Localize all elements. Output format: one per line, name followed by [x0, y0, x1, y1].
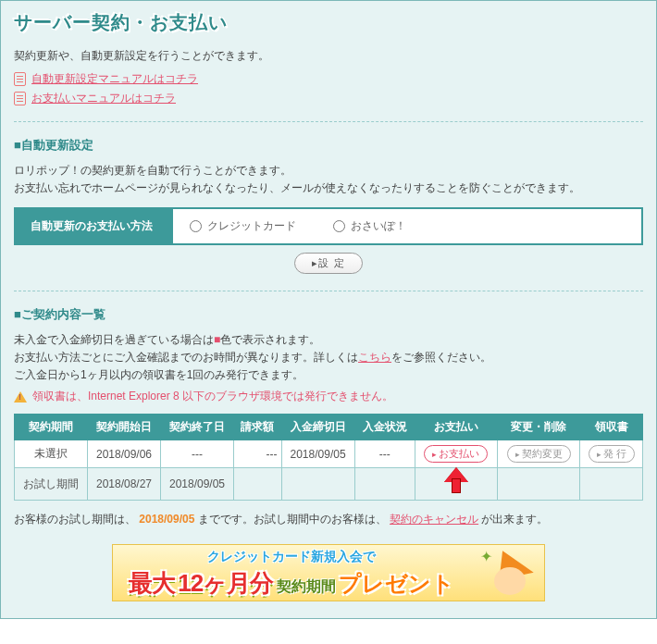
- radio-label: クレジットカード: [207, 218, 296, 234]
- radio-input[interactable]: [333, 220, 345, 232]
- cell-status: [354, 468, 415, 501]
- issue-receipt-button[interactable]: 発 行: [589, 445, 635, 463]
- banner-line1: クレジットカード新規入会で: [122, 549, 461, 565]
- cell-start: 2018/09/06: [87, 440, 160, 468]
- details-link[interactable]: こちら: [358, 351, 391, 364]
- pointer-arrow-icon: [446, 471, 466, 495]
- cell-start: 2018/08/27: [87, 468, 160, 501]
- contracts-note: お支払い方法ごとにご入金確認までのお時間が異なります。詳しくはこちらをご参照くだ…: [14, 350, 643, 365]
- mascot-icon: ✦: [466, 545, 540, 601]
- col-status: 入金状況: [354, 415, 415, 440]
- divider: [14, 291, 643, 291]
- radio-credit-card[interactable]: クレジットカード: [190, 218, 296, 234]
- cell-receipt: [580, 468, 643, 501]
- cell-pay: お支払い: [415, 440, 497, 468]
- cell-receipt: 発 行: [580, 440, 643, 468]
- cell-end: ---: [161, 440, 234, 468]
- cell-pay: [415, 468, 497, 501]
- banner-line2: 最大 12ヶ月分 契約期間 プレゼント: [122, 567, 461, 600]
- cell-due: 2018/09/05: [281, 440, 354, 468]
- auto-renew-desc: お支払い忘れでホームページが見られなくなったり、メールが使えなくなったりすること…: [14, 180, 643, 196]
- col-period: 契約期間: [15, 415, 88, 440]
- radio-input[interactable]: [190, 220, 202, 232]
- table-row: 未選択 2018/09/06 --- --- 2018/09/05 --- お支…: [15, 440, 643, 468]
- trial-end-date: 2018/09/05: [139, 513, 194, 526]
- cell-change: [498, 468, 580, 501]
- trial-footer-note: お客様のお試し期間は、 2018/09/05 までです。お試し期間中のお客様は、…: [14, 512, 643, 527]
- cell-change: 契約変更: [498, 440, 580, 468]
- contracts-note: 未入金で入金締切日を過ぎている場合は■色で表示されます。: [14, 332, 643, 348]
- cancel-contract-link[interactable]: 契約のキャンセル: [390, 513, 478, 526]
- cell-period: お試し期間: [15, 468, 88, 501]
- section-heading-auto-renew: ■自動更新設定: [14, 137, 643, 154]
- cell-end: 2018/09/05: [161, 468, 234, 501]
- cell-status: ---: [354, 440, 415, 468]
- section-heading-contracts: ■ご契約内容一覧: [14, 306, 643, 323]
- col-end: 契約終了日: [161, 415, 234, 440]
- auto-renew-desc: ロリポップ！の契約更新を自動で行うことができます。: [14, 163, 643, 179]
- col-receipt: 領収書: [580, 415, 643, 440]
- cell-amount: [234, 468, 282, 501]
- warning-icon: [14, 391, 27, 402]
- submit-settings-button[interactable]: ▸設 定: [294, 253, 362, 274]
- auto-renew-row-label: 自動更新のお支払い方法: [16, 209, 173, 243]
- col-pay: お支払い: [415, 415, 497, 440]
- col-amount: 請求額: [234, 415, 282, 440]
- intro-text: 契約更新や、自動更新設定を行うことができます。: [14, 48, 643, 64]
- page-title: サーバー契約・お支払い: [14, 10, 643, 35]
- radio-osaipo[interactable]: おさいぽ！: [333, 218, 406, 234]
- table-row-trial: お試し期間 2018/08/27 2018/09/05: [15, 468, 643, 501]
- document-icon: [14, 72, 26, 86]
- promo-banner[interactable]: クレジットカード新規入会で 最大 12ヶ月分 契約期間 プレゼント ✦: [112, 544, 545, 601]
- change-contract-button[interactable]: 契約変更: [507, 445, 571, 463]
- pay-button[interactable]: お支払い: [424, 445, 488, 463]
- col-due: 入金締切日: [281, 415, 354, 440]
- manual-link-auto-renew[interactable]: 自動更新設定マニュアルはコチラ: [31, 71, 198, 87]
- auto-renew-setting-row: 自動更新のお支払い方法 クレジットカード おさいぽ！: [14, 207, 643, 245]
- contracts-note: ご入金日から1ヶ月以内の領収書を1回のみ発行できます。: [14, 367, 643, 383]
- contracts-table: 契約期間 契約開始日 契約終了日 請求額 入金締切日 入金状況 お支払い 変更・…: [14, 414, 643, 501]
- manual-link-payment[interactable]: お支払いマニュアルはコチラ: [31, 91, 176, 106]
- cell-amount: ---: [234, 440, 282, 468]
- cell-period: 未選択: [15, 440, 88, 468]
- col-start: 契約開始日: [87, 415, 160, 440]
- divider: [14, 121, 643, 122]
- document-icon: [14, 92, 26, 105]
- col-change: 変更・削除: [498, 415, 580, 440]
- warning-text: 領収書は、Internet Explorer 8 以下のブラウザ環境では発行でき…: [32, 389, 393, 404]
- cell-due: [281, 468, 354, 501]
- radio-label: おさいぽ！: [351, 218, 406, 234]
